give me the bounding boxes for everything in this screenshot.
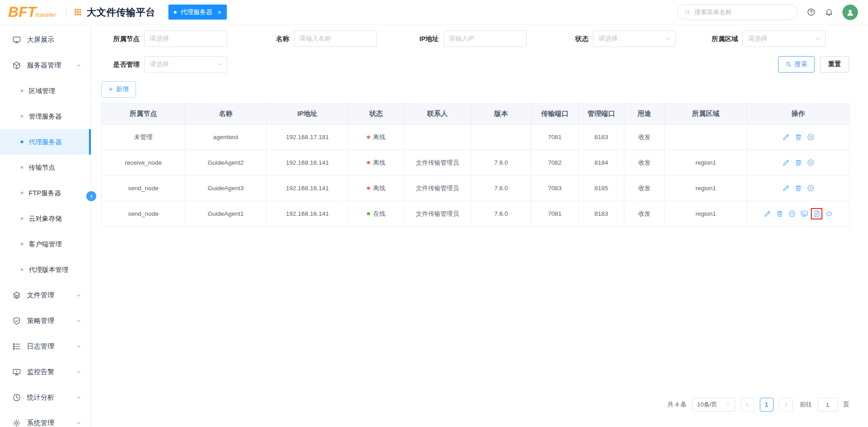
edit-icon[interactable] (763, 210, 771, 218)
sidebar-item-ftp-server[interactable]: FTP服务器 (0, 180, 91, 206)
current-page-button[interactable]: 1 (760, 398, 774, 411)
user-avatar[interactable] (842, 5, 858, 20)
cell-contact: 文件传输管理员 (404, 201, 471, 227)
sidebar-item-stats-analysis[interactable]: 统计分析 (0, 385, 91, 410)
prev-page-button[interactable] (741, 398, 754, 411)
filter-node-input[interactable]: 请选择 (144, 31, 227, 47)
actions-cell (747, 125, 850, 150)
table-row: 未管理agenttest192.168.17.181离线70818183收发 (102, 125, 850, 150)
sidebar-item-label: 客户端管理 (29, 240, 62, 249)
sidebar-item-proxy-version-management[interactable]: 代理版本管理 (0, 257, 91, 282)
apps-grid-icon[interactable] (73, 8, 82, 16)
notifications-bell-icon[interactable] (825, 8, 833, 16)
tab-active-dot-icon (174, 11, 177, 14)
sidebar-item-manage-server[interactable]: 管理服务器 (0, 104, 91, 129)
top-header: BFT transfer 大文件传输平台 代理服务器 × (0, 0, 868, 25)
sidebar-item-big-screen[interactable]: 大屏展示 (0, 27, 91, 52)
filter-label: 所属节点 (101, 35, 140, 43)
sidebar-item-system-management[interactable]: 系统管理 (0, 410, 91, 427)
sidebar-item-cloud-object-storage[interactable]: 云对象存储 (0, 206, 91, 231)
cell-contact (404, 125, 471, 150)
delete-icon[interactable] (795, 159, 802, 167)
placeholder-text: 请选择 (150, 60, 169, 68)
reset-button[interactable]: 重置 (820, 56, 849, 73)
sidebar-item-monitor-alert[interactable]: 监控告警 (0, 359, 91, 385)
placeholder-text: 请选择 (748, 35, 767, 43)
edit-icon[interactable] (782, 133, 790, 141)
placeholder-text: 请输入IP (449, 35, 474, 43)
bullet-icon (21, 141, 23, 143)
filter-ip-input[interactable]: 请输入IP (444, 31, 527, 47)
cell-ip: 192.168.16.141 (267, 201, 349, 227)
sidebar-collapse-button[interactable] (86, 191, 96, 201)
cell-name: GuideAgent1 (185, 201, 267, 227)
chevron-up-icon (76, 62, 82, 68)
add-button[interactable]: + 新增 (101, 81, 136, 98)
cell-node: send_node (102, 201, 185, 227)
sidebar-item-label: 系统管理 (27, 419, 54, 427)
tab-label: 代理服务器 (181, 8, 213, 16)
help-icon[interactable] (807, 8, 816, 16)
filter-region-select[interactable]: 请选择 (743, 31, 826, 47)
menu-search-input[interactable] (695, 9, 791, 16)
server-icon (12, 61, 21, 70)
cell-region: region1 (665, 150, 747, 176)
sidebar-item-policy-management[interactable]: 策略管理 (0, 308, 91, 333)
filter-name-input[interactable]: 请输入名称 (294, 31, 377, 47)
user-icon (846, 8, 855, 17)
status-text: 离线 (373, 185, 386, 192)
chevron-down-icon (76, 395, 82, 401)
pause-icon[interactable] (807, 159, 815, 167)
pause-icon[interactable] (788, 210, 796, 218)
status-dot-icon (367, 161, 370, 164)
cell-node: receive_node (102, 150, 185, 176)
sidebar-item-label: 策略管理 (27, 317, 54, 325)
sidebar-item-client-management[interactable]: 客户端管理 (0, 231, 91, 257)
column-header: 传输端口 (531, 104, 579, 125)
cell-version (471, 125, 531, 150)
sidebar-item-label: 大屏展示 (27, 36, 54, 44)
menu-search-box[interactable] (677, 4, 798, 20)
main-content: 所属节点请选择名称请输入名称IP地址请输入IP状态请选择所属区域请选择 是否管理… (91, 25, 868, 427)
power-icon[interactable] (825, 210, 833, 218)
column-header: 名称 (185, 104, 267, 125)
goto-label: 前往 (800, 401, 812, 409)
bullet-icon (21, 115, 23, 118)
pause-icon[interactable] (807, 133, 815, 141)
edit-icon[interactable] (782, 159, 790, 167)
filter-label: 所属区域 (700, 35, 738, 43)
column-header: 管理端口 (579, 104, 624, 125)
column-header: 所属区域 (665, 104, 747, 125)
sidebar-item-server-management[interactable]: 服务器管理 (0, 52, 91, 78)
bullet-icon (21, 166, 23, 169)
goto-page-input[interactable] (818, 398, 838, 411)
chevron-down-icon (76, 318, 82, 324)
sidebar-item-file-management[interactable]: 文件管理 (0, 282, 91, 308)
tab-proxy-server[interactable]: 代理服务器 × (168, 5, 227, 20)
sidebar-item-label: 监控告警 (27, 368, 54, 376)
delete-icon[interactable] (795, 184, 802, 192)
pause-icon[interactable] (807, 184, 815, 192)
delete-icon[interactable] (776, 210, 784, 218)
search-button-label: 搜索 (795, 60, 807, 68)
sidebar-item-log-management[interactable]: 日志管理 (0, 333, 91, 359)
pagination: 共 4 条 10条/页 1 前往 页 (667, 398, 849, 411)
column-header: 所属节点 (102, 104, 185, 125)
console-icon[interactable] (800, 210, 808, 218)
sidebar-item-proxy-server[interactable]: 代理服务器 (0, 129, 91, 155)
sidebar-item-region-management[interactable]: 区域管理 (0, 78, 91, 104)
column-header: IP地址 (267, 104, 349, 125)
next-page-button[interactable] (779, 398, 793, 411)
cell-version: 7.6.0 (471, 201, 531, 227)
filter-status-select[interactable]: 请选择 (593, 31, 676, 47)
page-size-select[interactable]: 10条/页 (692, 398, 735, 411)
big-screen-icon (12, 36, 21, 44)
delete-icon[interactable] (795, 133, 802, 141)
filter-managed-select[interactable]: 请选择 (144, 56, 227, 73)
tab-close-icon[interactable]: × (218, 8, 222, 16)
filter-row-2: 是否管理请选择搜索重置 (101, 56, 849, 73)
sidebar-item-transfer-node[interactable]: 传输节点 (0, 155, 91, 180)
document-icon[interactable] (813, 210, 821, 218)
edit-icon[interactable] (782, 184, 790, 192)
search-button[interactable]: 搜索 (778, 56, 815, 73)
